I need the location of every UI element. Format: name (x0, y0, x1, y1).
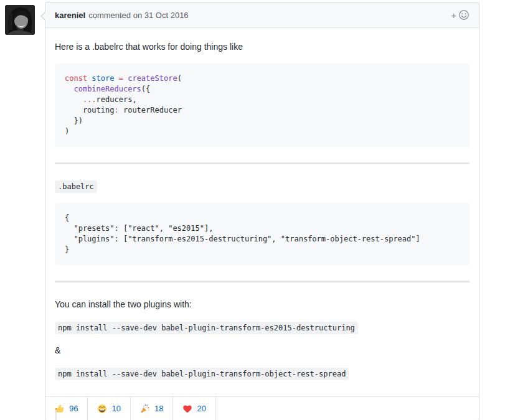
reaction-count: 20 (197, 404, 205, 413)
avatar[interactable] (5, 5, 35, 35)
avatar-photo (5, 5, 35, 35)
reaction-count: 96 (69, 404, 78, 413)
inline-code-babelrc: .babelrc (55, 180, 97, 193)
reaction-thumbs-up[interactable]: 96 (45, 397, 88, 420)
divider (55, 162, 470, 164)
code-block-create-store: const store = createStore( combineReduce… (55, 63, 470, 147)
add-reaction-button[interactable]: + (451, 9, 470, 21)
npm-command-2-paragraph: npm install --save-dev babel-plugin-tran… (55, 367, 470, 380)
reaction-heart[interactable]: 20 (173, 397, 215, 420)
reaction-count: 18 (154, 404, 163, 413)
reaction-tada[interactable]: 18 (131, 397, 173, 420)
comment-timestamp[interactable]: on 31 Oct 2016 (133, 11, 189, 20)
divider (55, 281, 470, 282)
comment-action: commented (88, 11, 131, 20)
comment-header: kareniel commented on 31 Oct 2016 + (45, 2, 479, 28)
comment-thread: kareniel commented on 31 Oct 2016 + Here… (0, 0, 505, 420)
plus-sign: + (451, 11, 456, 20)
reaction-smile[interactable]: 10 (88, 397, 130, 420)
smile-emoji (97, 404, 107, 414)
babelrc-paragraph: .babelrc (55, 180, 470, 193)
code-block-babelrc-json: { "presets": ["react", "es2015"], "plugi… (55, 203, 470, 265)
ampersand-paragraph: & (55, 344, 470, 357)
install-intro-paragraph: You can install the two plugins with: (55, 298, 470, 311)
npm-command-1-paragraph: npm install --save-dev babel-plugin-tran… (55, 321, 470, 334)
heart-emoji (182, 404, 192, 414)
inline-code-npm-install-1: npm install --save-dev babel-plugin-tran… (55, 322, 358, 334)
timeline-connector (55, 410, 57, 420)
tada-emoji (140, 404, 150, 414)
intro-paragraph: Here is a .babelrc that works for doing … (55, 40, 470, 54)
reaction-count: 10 (111, 404, 120, 413)
comment-caret (40, 11, 45, 21)
author-login[interactable]: kareniel (55, 11, 85, 20)
comment-body: Here is a .babelrc that works for doing … (45, 28, 479, 396)
comment-card: kareniel commented on 31 Oct 2016 + Here… (45, 2, 479, 420)
inline-code-npm-install-2: npm install --save-dev babel-plugin-tran… (55, 368, 349, 380)
smiley-icon (458, 9, 470, 21)
reaction-bar: 96 10 (45, 396, 479, 420)
